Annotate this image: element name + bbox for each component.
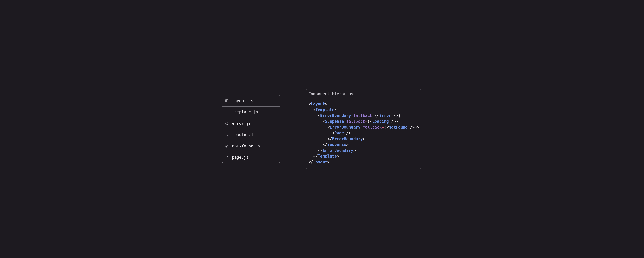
code-token: ErrorBoundary: [320, 113, 351, 118]
code-token: </: [308, 154, 318, 158]
code-token: ErrorBoundary: [330, 125, 360, 129]
code-token: Layout: [313, 160, 327, 164]
code-token: >: [363, 137, 365, 141]
code-token: NotFound: [389, 125, 408, 129]
svg-rect-0: [226, 99, 228, 102]
code-token: =: [372, 113, 375, 118]
file-icon: [225, 156, 229, 159]
file-item-page: page.js: [222, 152, 280, 163]
code-token: <: [308, 125, 330, 129]
file-name: error.js: [232, 121, 251, 126]
code-token: Layout: [311, 102, 325, 106]
code-token: ErrorBoundary: [332, 137, 363, 141]
forbidden-icon: [225, 144, 229, 148]
code-token: >: [337, 154, 339, 158]
file-name: loading.js: [232, 132, 256, 137]
code-token: =: [365, 119, 368, 124]
file-item-not-found: not-found.js: [222, 140, 280, 152]
code-token: />: [344, 131, 351, 135]
code-token: Suspense: [325, 119, 344, 124]
file-item-error: error.js: [222, 118, 280, 129]
code-token: >: [325, 102, 328, 106]
code-token: fallback: [353, 113, 372, 118]
file-name: layout.js: [232, 98, 253, 103]
file-name: template.js: [232, 110, 258, 114]
code-token: Loading: [372, 119, 389, 124]
code-block: <Layout> <Template> <ErrorBoundary fallb…: [305, 98, 422, 169]
code-token: <: [308, 131, 334, 135]
svg-rect-3: [226, 111, 228, 113]
svg-line-14: [228, 134, 228, 134]
code-token: >: [353, 148, 356, 153]
code-token: >: [346, 142, 348, 147]
svg-line-11: [226, 134, 226, 134]
code-token: </: [308, 142, 327, 147]
code-token: fallback: [346, 119, 365, 124]
code-token: Template: [318, 154, 337, 158]
code-token: Template: [316, 107, 334, 112]
layout-icon: [225, 99, 229, 103]
code-token: <: [308, 102, 311, 106]
diagram-canvas: layout.js template.js error.js: [0, 0, 644, 258]
file-item-loading: loading.js: [222, 129, 280, 140]
code-token: >: [327, 160, 330, 164]
svg-line-13: [226, 135, 226, 136]
code-token: </: [308, 148, 322, 153]
code-token: />}: [391, 113, 401, 118]
svg-line-16: [226, 145, 228, 147]
code-token: </: [308, 160, 313, 164]
code-token: />}>: [408, 125, 419, 129]
code-token: =: [382, 125, 384, 129]
code-token: </: [308, 137, 332, 141]
code-token: fallback: [363, 125, 382, 129]
file-name: not-found.js: [232, 144, 260, 148]
file-list-panel: layout.js template.js error.js: [222, 95, 280, 163]
code-token: Error: [379, 113, 391, 118]
component-hierarchy-panel: Component Hierarchy <Layout> <Template> …: [305, 89, 422, 169]
code-token: {<: [384, 125, 389, 129]
arrow-icon: [286, 127, 298, 131]
code-token: <: [308, 107, 316, 112]
file-item-template: template.js: [222, 106, 280, 118]
code-token: Page: [334, 131, 344, 135]
panel-title: Component Hierarchy: [305, 89, 422, 98]
code-token: <: [308, 119, 325, 124]
file-name: page.js: [232, 155, 249, 160]
code-token: [351, 113, 354, 118]
code-token: <: [308, 113, 320, 118]
code-token: {<: [368, 119, 372, 124]
code-token: >: [334, 107, 337, 112]
code-token: {<: [374, 113, 379, 118]
code-token: ErrorBoundary: [322, 148, 354, 153]
code-token: [344, 119, 346, 124]
svg-point-6: [227, 124, 227, 124]
code-token: />}: [389, 119, 398, 124]
spinner-icon: [225, 133, 229, 137]
file-item-layout: layout.js: [222, 95, 280, 106]
svg-line-12: [228, 135, 228, 136]
code-token: [360, 125, 363, 129]
square-icon: [225, 110, 229, 114]
diagram-row: layout.js template.js error.js: [222, 89, 422, 169]
alert-icon: [225, 122, 229, 125]
code-token: Suspense: [327, 142, 346, 147]
